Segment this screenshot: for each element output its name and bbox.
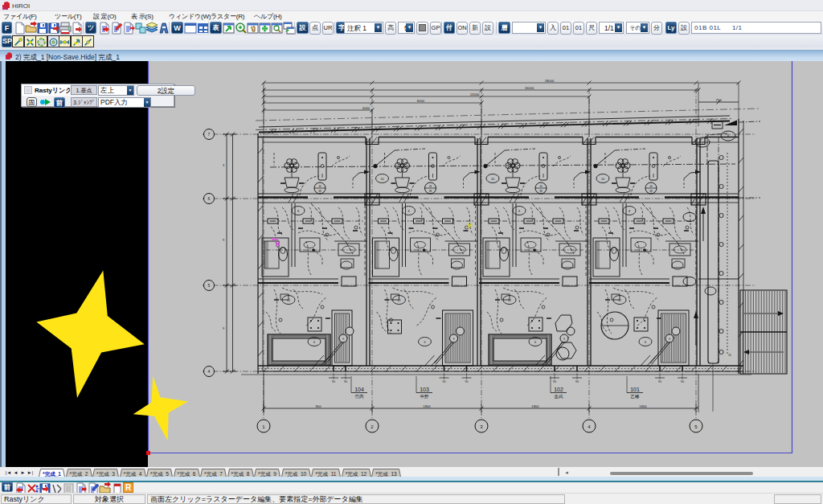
svg-text:101: 101: [630, 387, 640, 392]
svg-text:10: 10: [380, 178, 383, 181]
svg-text:6: 6: [424, 341, 425, 344]
svg-text:4: 4: [208, 369, 211, 374]
svg-text:W: W: [649, 190, 653, 193]
svg-text:750: 750: [716, 98, 723, 102]
svg-text:90: 90: [443, 380, 446, 383]
svg-text:16000: 16000: [525, 86, 534, 90]
svg-text:90: 90: [575, 380, 579, 383]
svg-text:90: 90: [658, 380, 661, 383]
svg-text:90: 90: [553, 380, 556, 383]
svg-text:金武: 金武: [555, 394, 564, 399]
svg-text:18000: 18000: [545, 79, 555, 83]
svg-text:104: 104: [354, 387, 364, 392]
svg-text:6: 6: [208, 196, 211, 201]
svg-text:6: 6: [313, 341, 315, 344]
svg-text:7: 7: [208, 132, 211, 137]
svg-text:8: 8: [297, 210, 299, 213]
svg-text:90: 90: [344, 380, 347, 383]
svg-text:900: 900: [316, 404, 322, 408]
svg-text:6: 6: [645, 341, 646, 344]
svg-text:90: 90: [332, 380, 335, 383]
svg-text:W: W: [539, 190, 543, 193]
svg-text:1800: 1800: [639, 404, 647, 408]
svg-text:4000: 4000: [362, 106, 371, 110]
svg-text:11: 11: [728, 354, 731, 357]
svg-text:H: H: [319, 185, 321, 188]
svg-text:12000: 12000: [470, 92, 480, 96]
svg-text:W: W: [318, 190, 321, 193]
svg-text:9: 9: [342, 338, 344, 341]
svg-text:乙幡: 乙幡: [631, 394, 641, 400]
svg-text:9: 9: [563, 338, 565, 341]
svg-text:90: 90: [465, 380, 469, 383]
svg-text:10: 10: [601, 178, 604, 181]
svg-text:竹内: 竹内: [355, 394, 364, 399]
svg-text:10: 10: [491, 178, 494, 181]
svg-text:8: 8: [727, 135, 729, 138]
svg-text:102: 102: [554, 387, 563, 392]
svg-text:9: 9: [223, 326, 225, 330]
svg-text:90: 90: [681, 380, 684, 383]
svg-text:8: 8: [629, 210, 630, 213]
svg-text:8000: 8000: [417, 99, 425, 103]
svg-text:H: H: [540, 185, 543, 188]
svg-text:平野: 平野: [420, 394, 430, 399]
svg-text:7: 7: [702, 141, 703, 145]
svg-text:9: 9: [452, 338, 454, 341]
svg-text:H: H: [429, 185, 432, 188]
svg-text:8: 8: [518, 210, 520, 213]
svg-text:103: 103: [420, 387, 429, 392]
svg-text:8: 8: [407, 210, 409, 213]
svg-text:W: W: [429, 190, 432, 193]
svg-text:9: 9: [223, 238, 225, 242]
svg-text:1800: 1800: [423, 404, 431, 408]
svg-text:6: 6: [534, 341, 536, 344]
svg-text:5: 5: [208, 283, 211, 288]
svg-text:1800: 1800: [531, 404, 539, 408]
svg-text:3: 3: [223, 163, 225, 167]
svg-text:9: 9: [669, 338, 670, 341]
svg-text:H: H: [650, 185, 653, 188]
